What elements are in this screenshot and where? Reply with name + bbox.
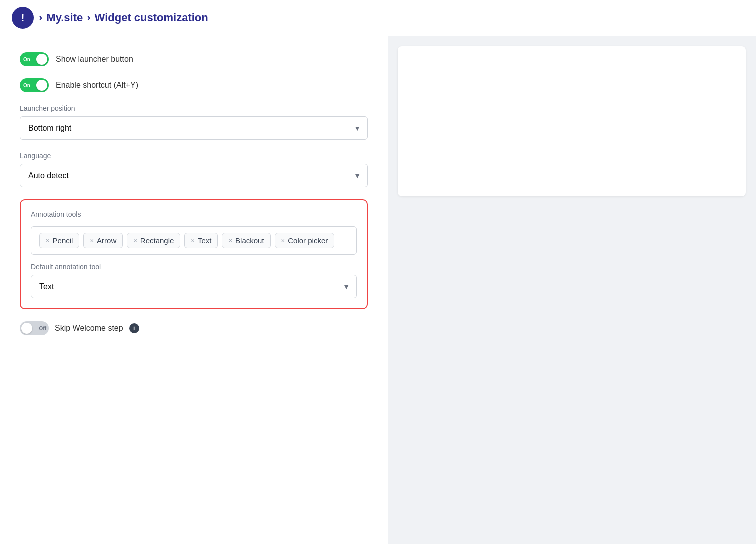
toggle-knob-1 bbox=[36, 54, 48, 65]
tag-pencil[interactable]: × Pencil bbox=[40, 233, 80, 248]
sidebar bbox=[388, 36, 756, 544]
default-annotation-tool-wrapper: Text Pencil Arrow Rectangle Blackout Col… bbox=[31, 275, 357, 298]
tag-text[interactable]: × Text bbox=[184, 233, 218, 248]
enable-shortcut-row: On Enable shortcut (Alt+Y) bbox=[20, 78, 368, 92]
skip-welcome-row: Off Skip Welcome step i bbox=[20, 322, 368, 336]
skip-welcome-label: Skip Welcome step bbox=[55, 324, 124, 333]
tag-text-label: Text bbox=[198, 236, 212, 245]
tag-arrow-remove-icon[interactable]: × bbox=[90, 237, 94, 244]
tag-blackout-remove-icon[interactable]: × bbox=[228, 237, 232, 244]
language-wrapper: Auto detect English French German ▼ bbox=[20, 164, 368, 188]
toggle-knob-2 bbox=[36, 80, 48, 91]
launcher-position-select[interactable]: Bottom right Bottom left Top right Top l… bbox=[20, 116, 368, 140]
launcher-position-group: Launcher position Bottom right Bottom le… bbox=[20, 104, 368, 140]
skip-welcome-toggle[interactable]: Off bbox=[20, 322, 49, 336]
show-launcher-label: Show launcher button bbox=[56, 55, 134, 64]
enable-shortcut-label: Enable shortcut (Alt+Y) bbox=[56, 81, 138, 90]
skip-welcome-info-icon[interactable]: i bbox=[130, 324, 140, 334]
header: ! › My.site › Widget customization bbox=[0, 0, 756, 36]
language-select[interactable]: Auto detect English French German bbox=[20, 164, 368, 188]
default-annotation-tool-group: Default annotation tool Text Pencil Arro… bbox=[31, 263, 357, 298]
layout: On Show launcher button On Enable shortc… bbox=[0, 36, 756, 544]
tag-color-picker-label: Color picker bbox=[288, 236, 328, 245]
show-launcher-row: On Show launcher button bbox=[20, 52, 368, 66]
main-content: On Show launcher button On Enable shortc… bbox=[0, 36, 388, 544]
toggle-on-label-2: On bbox=[24, 83, 30, 88]
language-label: Language bbox=[20, 152, 368, 160]
tag-pencil-remove-icon[interactable]: × bbox=[46, 237, 50, 244]
sidebar-preview-card bbox=[398, 46, 746, 196]
breadcrumb-widget-customization: Widget customization bbox=[95, 12, 208, 24]
default-annotation-tool-label: Default annotation tool bbox=[31, 263, 357, 271]
tag-blackout-label: Blackout bbox=[236, 236, 264, 245]
breadcrumb-mysite[interactable]: My.site bbox=[46, 12, 83, 24]
tag-rectangle-label: Rectangle bbox=[140, 236, 174, 245]
annotation-tools-section: Annotation tools × Pencil × Arrow × Rect… bbox=[20, 200, 368, 310]
tag-pencil-label: Pencil bbox=[53, 236, 74, 245]
tag-arrow[interactable]: × Arrow bbox=[84, 233, 123, 248]
tag-arrow-label: Arrow bbox=[97, 236, 116, 245]
tag-rectangle[interactable]: × Rectangle bbox=[127, 233, 180, 248]
breadcrumb: › My.site › Widget customization bbox=[39, 12, 208, 24]
tag-color-picker[interactable]: × Color picker bbox=[275, 233, 335, 248]
launcher-position-label: Launcher position bbox=[20, 104, 368, 112]
tag-text-remove-icon[interactable]: × bbox=[191, 237, 195, 244]
breadcrumb-sep-1: › bbox=[39, 12, 42, 24]
default-annotation-tool-select[interactable]: Text Pencil Arrow Rectangle Blackout Col… bbox=[31, 275, 357, 298]
tag-color-picker-remove-icon[interactable]: × bbox=[282, 237, 286, 244]
breadcrumb-sep-2: › bbox=[87, 12, 90, 24]
logo: ! bbox=[12, 7, 34, 29]
tag-rectangle-remove-icon[interactable]: × bbox=[134, 237, 138, 244]
toggle-knob-skip bbox=[22, 323, 32, 334]
enable-shortcut-toggle[interactable]: On bbox=[20, 78, 49, 92]
show-launcher-toggle[interactable]: On bbox=[20, 52, 49, 66]
tag-blackout[interactable]: × Blackout bbox=[222, 233, 270, 248]
toggle-on-label-1: On bbox=[24, 57, 30, 62]
logo-icon: ! bbox=[21, 12, 24, 24]
annotation-tools-label: Annotation tools bbox=[31, 210, 357, 218]
launcher-position-wrapper: Bottom right Bottom left Top right Top l… bbox=[20, 116, 368, 140]
annotation-tags-container: × Pencil × Arrow × Rectangle × Text × bbox=[31, 226, 357, 255]
language-group: Language Auto detect English French Germ… bbox=[20, 152, 368, 188]
toggle-off-label-skip: Off bbox=[40, 326, 46, 332]
